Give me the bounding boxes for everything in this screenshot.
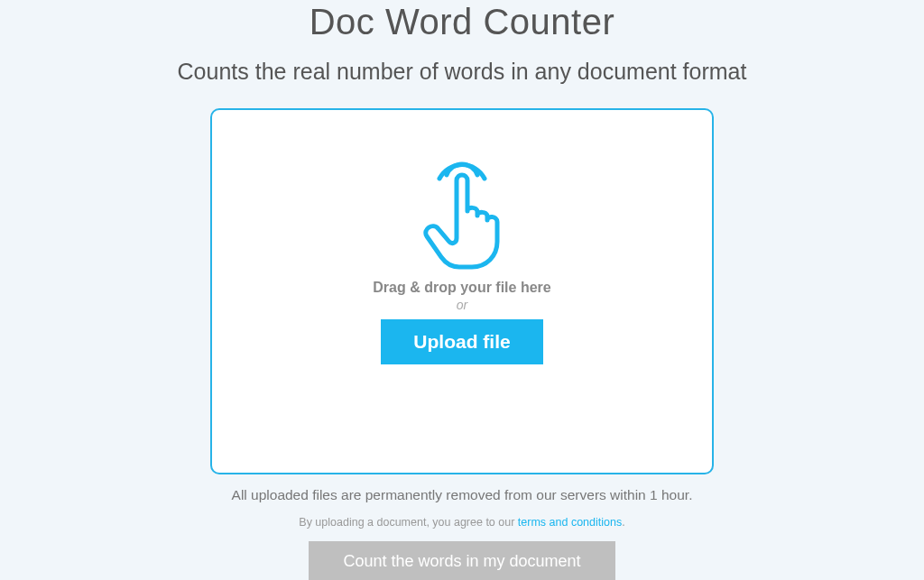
- touch-hand-icon: [412, 155, 512, 272]
- count-words-button[interactable]: Count the words in my document: [309, 541, 615, 580]
- agreement-suffix: .: [622, 516, 624, 529]
- agreement-prefix: By uploading a document, you agree to ou…: [299, 516, 518, 529]
- removal-notice: All uploaded files are permanently remov…: [232, 487, 693, 503]
- terms-and-conditions-link[interactable]: terms and conditions: [518, 516, 622, 529]
- page-title: Doc Word Counter: [310, 2, 615, 42]
- page-subtitle: Counts the real number of words in any d…: [178, 59, 747, 85]
- agreement-text: By uploading a document, you agree to ou…: [299, 516, 624, 529]
- or-text: or: [457, 298, 467, 312]
- drag-drop-text: Drag & drop your file here: [373, 280, 550, 296]
- file-dropzone[interactable]: Drag & drop your file here or Upload fil…: [210, 108, 714, 474]
- upload-file-button[interactable]: Upload file: [381, 319, 542, 364]
